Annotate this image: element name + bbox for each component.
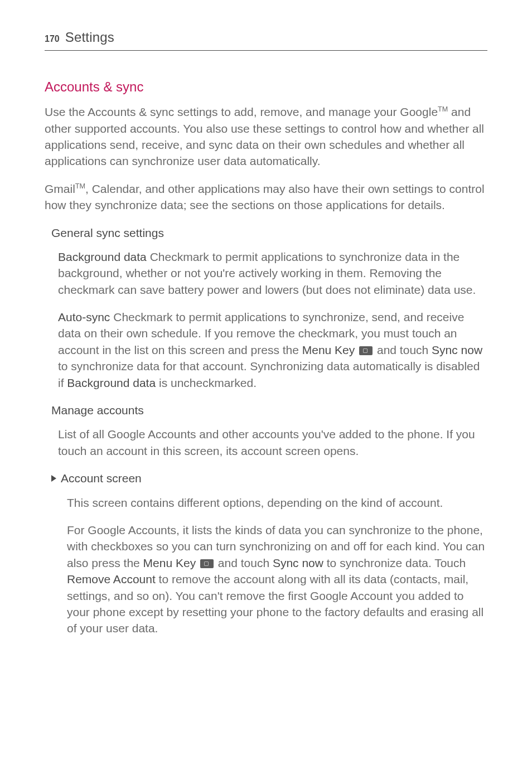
menu-key-label: Menu Key	[143, 556, 196, 569]
text: Use the Accounts & sync settings to add,…	[45, 105, 438, 118]
background-data-item: Background data Checkmark to permit appl…	[58, 249, 487, 298]
sync-now-label: Sync now	[273, 556, 323, 569]
trademark-symbol: TM	[438, 105, 448, 113]
background-data-label: Background data	[58, 250, 147, 263]
auto-sync-item: Auto-sync Checkmark to permit applicatio…	[58, 309, 487, 391]
sync-now-label: Sync now	[432, 343, 482, 356]
menu-key-icon	[359, 346, 373, 355]
intro-paragraph-2: GmailTM, Calendar, and other application…	[45, 181, 487, 214]
trademark-symbol: TM	[75, 182, 85, 190]
text: and touch	[374, 343, 432, 356]
manage-accounts-heading: Manage accounts	[51, 402, 487, 418]
text: Gmail	[45, 182, 75, 195]
triangle-bullet-icon	[51, 475, 56, 482]
page-header: 170 Settings	[45, 28, 487, 51]
header-title: Settings	[65, 28, 114, 47]
account-screen-paragraph-2: For Google Accounts, it lists the kinds …	[67, 522, 487, 637]
text: to synchronize data. Touch	[323, 556, 466, 569]
text: is uncheckmarked.	[156, 376, 257, 389]
account-screen-bullet: Account screen	[51, 470, 487, 486]
manage-accounts-paragraph: List of all Google Accounts and other ac…	[58, 426, 487, 459]
account-screen-heading: Account screen	[61, 470, 142, 486]
section-title: Accounts & sync	[45, 78, 487, 96]
page-container: 170 Settings Accounts & sync Use the Acc…	[0, 0, 532, 681]
menu-key-label: Menu Key	[302, 343, 355, 356]
auto-sync-label: Auto-sync	[58, 311, 110, 323]
text: , Calendar, and other applications may a…	[45, 182, 485, 211]
account-screen-paragraph-1: This screen contains different options, …	[67, 495, 487, 511]
remove-account-label: Remove Account	[67, 573, 156, 585]
menu-key-icon	[200, 559, 214, 568]
general-sync-heading: General sync settings	[51, 225, 487, 241]
text: and touch	[215, 556, 273, 569]
intro-paragraph-1: Use the Accounts & sync settings to add,…	[45, 104, 487, 170]
page-number: 170	[45, 33, 60, 45]
background-data-ref: Background data	[67, 376, 156, 389]
